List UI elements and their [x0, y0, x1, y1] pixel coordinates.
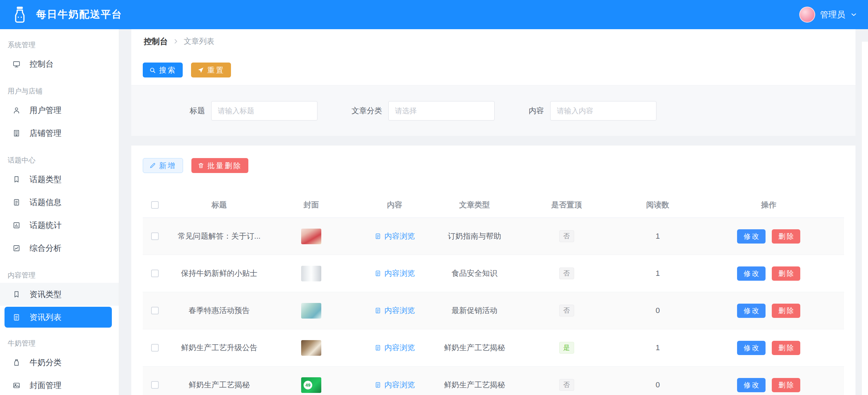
- sidebar-item-news-type[interactable]: 资讯类型: [0, 283, 119, 306]
- breadcrumb-current: 文章列表: [184, 36, 214, 47]
- search-form: 标题 文章分类 内容: [131, 85, 855, 136]
- trash-icon: [198, 162, 204, 169]
- cover-image: [301, 229, 321, 244]
- sidebar-item-label: 牛奶分类: [30, 357, 61, 368]
- app-header: 每日牛奶配送平台 管理员: [0, 0, 868, 29]
- sidebar-item-topic-type[interactable]: 话题类型: [0, 168, 119, 191]
- user-menu[interactable]: 管理员: [799, 7, 858, 23]
- header-cover: 封面: [271, 200, 351, 210]
- scrollbar-track[interactable]: [861, 42, 868, 395]
- read-count: 1: [622, 343, 693, 352]
- article-title: 保持牛奶新鲜的小贴士: [167, 268, 271, 279]
- document-icon: [13, 198, 20, 206]
- sidebar-item-label: 控制台: [30, 59, 53, 69]
- title-input[interactable]: [211, 101, 317, 121]
- article-category: 鲜奶生产工艺揭秘: [438, 343, 511, 353]
- sidebar-section-topics: 话题中心: [8, 156, 119, 165]
- milk-bottle-logo-icon: [10, 5, 29, 24]
- view-content-link[interactable]: 内容浏览: [374, 268, 415, 279]
- sidebar-item-label: 综合分析: [30, 243, 61, 254]
- pinned-tag: 否: [559, 268, 574, 280]
- delete-button[interactable]: 删除: [772, 266, 800, 281]
- sidebar-item-news-list[interactable]: 资讯列表: [5, 307, 112, 328]
- article-category: 订奶指南与帮助: [438, 231, 511, 241]
- select-all-checkbox[interactable]: [151, 201, 159, 209]
- view-link-label: 内容浏览: [385, 305, 415, 316]
- sidebar-section-users: 用户与店铺: [8, 87, 119, 96]
- pinned-tag: 否: [559, 379, 574, 391]
- table-row: 保持牛奶新鲜的小贴士 内容浏览 食品安全知识 否 1 修改 删除: [143, 255, 844, 292]
- category-select[interactable]: [388, 101, 495, 121]
- edit-button[interactable]: 修改: [737, 378, 766, 392]
- sidebar-item-topic-info[interactable]: 话题信息: [0, 191, 119, 214]
- table-row: 春季特惠活动预告 内容浏览 最新促销活动 否 0 修改 删除: [143, 292, 844, 329]
- edit-button[interactable]: 修改: [737, 304, 766, 318]
- read-count: 1: [622, 232, 693, 241]
- sidebar-item-label: 资讯列表: [30, 312, 61, 323]
- content-input[interactable]: [550, 101, 656, 121]
- document-icon: [374, 344, 381, 351]
- edit-button[interactable]: 修改: [737, 229, 766, 244]
- breadcrumb-root[interactable]: 控制台: [144, 36, 168, 47]
- row-checkbox[interactable]: [151, 307, 159, 314]
- sidebar-section-milk: 牛奶管理: [8, 339, 119, 348]
- view-content-link[interactable]: 内容浏览: [374, 380, 415, 390]
- sidebar-item-user-management[interactable]: 用户管理: [0, 99, 119, 122]
- delete-button[interactable]: 删除: [772, 304, 800, 318]
- cover-image: 49: [301, 377, 321, 393]
- view-content-link[interactable]: 内容浏览: [374, 305, 415, 316]
- image-icon: [13, 381, 20, 389]
- document-icon: [374, 381, 381, 388]
- edit-button[interactable]: 修改: [737, 341, 766, 355]
- sidebar-section-content: 内容管理: [8, 271, 119, 280]
- batch-delete-button-label: 批量删除: [207, 161, 242, 171]
- table-header-row: 标题 封面 内容 文章类型 是否置顶 阅读数 操作: [143, 192, 844, 218]
- title-field-label: 标题: [190, 106, 205, 116]
- article-category: 食品安全知识: [438, 268, 511, 279]
- article-title: 常见问题解答：关于订...: [167, 231, 271, 241]
- search-button[interactable]: 搜索: [143, 63, 183, 77]
- pinned-tag: 否: [559, 230, 574, 242]
- sidebar-section-system: 系统管理: [8, 40, 119, 50]
- cover-image: [301, 303, 321, 319]
- delete-button[interactable]: 删除: [772, 341, 800, 355]
- view-link-label: 内容浏览: [385, 268, 415, 279]
- delete-button[interactable]: 删除: [772, 229, 800, 244]
- sidebar-item-cover-management[interactable]: 封面管理: [0, 374, 119, 395]
- row-checkbox[interactable]: [151, 270, 159, 277]
- add-button[interactable]: 新增: [143, 158, 183, 173]
- sidebar-item-milk-category[interactable]: 牛奶分类: [0, 351, 119, 374]
- batch-delete-button[interactable]: 批量删除: [191, 158, 248, 173]
- view-link-label: 内容浏览: [385, 231, 415, 241]
- article-list-panel: 新增 批量删除 标题 封面 内容 文章类型 是否置顶 阅读数 操作 常见问题解答…: [131, 146, 855, 395]
- row-checkbox[interactable]: [151, 344, 159, 352]
- header-content: 内容: [351, 200, 438, 210]
- sidebar-item-shop-management[interactable]: 店铺管理: [0, 122, 119, 145]
- monitor-icon: [13, 60, 20, 68]
- add-button-label: 新增: [159, 161, 176, 171]
- chevron-down-icon: [850, 11, 858, 18]
- milk-carton-icon: [13, 359, 20, 367]
- app-title: 每日牛奶配送平台: [36, 8, 122, 22]
- reset-button[interactable]: 重置: [191, 63, 231, 77]
- sidebar-item-label: 话题信息: [30, 197, 61, 208]
- row-checkbox[interactable]: [151, 232, 159, 240]
- delete-button[interactable]: 删除: [772, 378, 800, 392]
- sidebar: 系统管理 控制台 用户与店铺 用户管理 店铺管理 话题中心 话题类型 话题信息 …: [0, 29, 119, 395]
- table-row: 鲜奶生产工艺揭秘 49 内容浏览 鲜奶生产工艺揭秘 否 0 修改 删除: [143, 367, 844, 395]
- cover-image: [301, 340, 321, 356]
- sidebar-item-topic-stats[interactable]: 话题统计: [0, 214, 119, 237]
- document-icon: [374, 233, 381, 240]
- building-icon: [13, 129, 20, 137]
- sidebar-item-dashboard[interactable]: 控制台: [0, 52, 119, 75]
- row-checkbox[interactable]: [151, 381, 159, 389]
- sidebar-item-analysis[interactable]: 综合分析: [0, 237, 119, 260]
- header-reads: 阅读数: [622, 200, 693, 210]
- edit-button[interactable]: 修改: [737, 266, 766, 281]
- table-row: 鲜奶生产工艺升级公告 内容浏览 鲜奶生产工艺揭秘 是 1 修改 删除: [143, 329, 844, 367]
- avatar[interactable]: [799, 7, 815, 23]
- view-content-link[interactable]: 内容浏览: [374, 231, 415, 241]
- cover-image: [301, 266, 321, 281]
- view-content-link[interactable]: 内容浏览: [374, 343, 415, 353]
- pencil-icon: [149, 162, 156, 169]
